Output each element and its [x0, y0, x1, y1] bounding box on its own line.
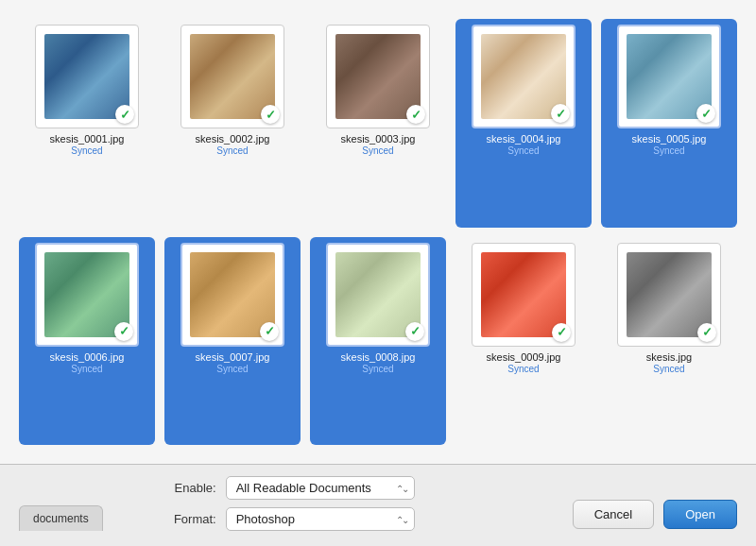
file-item-6[interactable]: ✓ skesis_0006.jpg Synced — [19, 237, 155, 446]
options-area: Enable: All Readable DocumentsAll FilesA… — [160, 476, 554, 531]
format-select-wrapper: PhotoshopJPEGPNGTIFFPDF — [226, 507, 415, 531]
file-name: skesis_0006.jpg — [50, 351, 125, 363]
thumbnail-wrapper: ✓ — [35, 243, 139, 347]
file-name: skesis_0008.jpg — [341, 351, 416, 363]
thumbnail-img — [627, 252, 712, 337]
file-status: Synced — [216, 145, 248, 156]
format-row: Format: PhotoshopJPEGPNGTIFFPDF — [160, 507, 554, 531]
sync-check-icon: ✓ — [119, 325, 129, 337]
enable-label: Enable: — [160, 481, 216, 495]
thumbnail-img — [190, 34, 275, 119]
thumbnail-wrapper: ✓ — [326, 243, 430, 347]
sync-check-icon: ✓ — [120, 109, 130, 121]
sync-badge: ✓ — [551, 104, 570, 123]
thumbnail-wrapper: ✓ — [180, 243, 284, 347]
thumbnail-wrapper: ✓ — [35, 25, 139, 128]
file-name: skesis_0004.jpg — [487, 133, 561, 145]
file-item-1[interactable]: ✓ skesis_0001.jpg Synced — [19, 19, 155, 228]
file-status: Synced — [71, 145, 102, 156]
sync-badge: ✓ — [697, 323, 716, 342]
sidebar-tab[interactable]: documents — [19, 505, 103, 531]
sync-badge: ✓ — [406, 105, 425, 124]
sync-badge: ✓ — [260, 322, 279, 341]
file-name: skesis_0005.jpg — [632, 133, 707, 145]
file-name: skesis_0001.jpg — [50, 133, 125, 145]
file-status: Synced — [216, 364, 248, 374]
file-item-4[interactable]: ✓ skesis_0004.jpg Synced — [455, 19, 592, 228]
file-status: Synced — [653, 145, 684, 156]
sync-check-icon: ✓ — [702, 326, 713, 338]
file-status: Synced — [362, 364, 393, 374]
file-grid: ✓ skesis_0001.jpg Synced ✓ skesis_0002.j… — [0, 0, 756, 464]
file-item-3[interactable]: ✓ skesis_0003.jpg Synced — [310, 19, 446, 228]
file-status: Synced — [507, 364, 539, 374]
file-item-10[interactable]: ✓ skesis.jpg Synced — [601, 237, 737, 446]
thumbnail-wrapper: ✓ — [180, 25, 284, 128]
thumbnail-wrapper: ✓ — [472, 243, 576, 347]
thumbnail-img — [335, 34, 421, 119]
cancel-button[interactable]: Cancel — [573, 500, 654, 529]
actions-area: Cancel Open — [573, 500, 737, 531]
sync-badge: ✓ — [405, 322, 424, 341]
format-select[interactable]: PhotoshopJPEGPNGTIFFPDF — [226, 507, 415, 531]
sync-check-icon: ✓ — [266, 109, 276, 121]
format-label: Format: — [160, 512, 216, 526]
file-item-7[interactable]: ✓ skesis_0007.jpg Synced — [164, 237, 301, 446]
thumbnail-wrapper: ✓ — [617, 243, 721, 347]
thumbnail-img — [481, 252, 566, 337]
sync-badge: ✓ — [696, 104, 715, 123]
thumbnail-wrapper: ✓ — [617, 25, 721, 128]
sync-badge: ✓ — [261, 105, 280, 124]
thumbnail-img — [44, 34, 129, 119]
file-status: Synced — [71, 364, 102, 374]
file-name: skesis_0002.jpg — [196, 133, 270, 145]
sync-check-icon: ✓ — [265, 325, 275, 337]
file-item-5[interactable]: ✓ skesis_0005.jpg Synced — [601, 19, 737, 228]
sync-check-icon: ✓ — [557, 326, 567, 338]
file-item-8[interactable]: ✓ skesis_0008.jpg Synced — [310, 237, 446, 446]
sync-badge: ✓ — [115, 105, 134, 124]
enable-row: Enable: All Readable DocumentsAll FilesA… — [160, 476, 554, 500]
sync-badge: ✓ — [552, 323, 571, 342]
file-status: Synced — [507, 145, 539, 156]
enable-select-wrapper: All Readable DocumentsAll FilesAll Docum… — [226, 476, 415, 500]
file-status: Synced — [362, 145, 393, 156]
file-browser: ✓ skesis_0001.jpg Synced ✓ skesis_0002.j… — [0, 0, 756, 546]
sync-check-icon: ✓ — [411, 109, 421, 121]
thumbnail-wrapper: ✓ — [326, 25, 430, 128]
sync-badge: ✓ — [114, 322, 133, 341]
enable-select[interactable]: All Readable DocumentsAll FilesAll Docum… — [226, 476, 415, 500]
sync-check-icon: ✓ — [701, 108, 712, 120]
file-item-9[interactable]: ✓ skesis_0009.jpg Synced — [455, 237, 592, 446]
sync-check-icon: ✓ — [556, 108, 566, 120]
file-name: skesis_0003.jpg — [341, 133, 416, 145]
file-name: skesis.jpg — [646, 351, 692, 363]
file-name: skesis_0007.jpg — [196, 351, 270, 363]
file-name: skesis_0009.jpg — [487, 351, 561, 363]
thumbnail-wrapper: ✓ — [472, 25, 576, 128]
file-item-2[interactable]: ✓ skesis_0002.jpg Synced — [164, 19, 301, 228]
file-status: Synced — [653, 364, 684, 374]
open-button[interactable]: Open — [663, 500, 737, 529]
bottom-bar: documents Enable: All Readable Documents… — [0, 464, 756, 546]
sync-check-icon: ✓ — [410, 325, 421, 337]
